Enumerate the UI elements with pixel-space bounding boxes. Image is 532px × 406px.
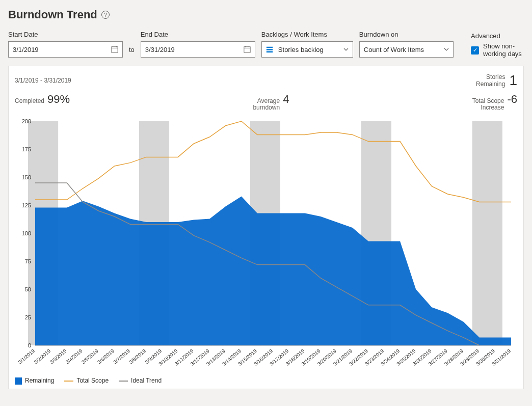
to-label: to [129, 46, 135, 58]
svg-text:3/8/2019: 3/8/2019 [128, 348, 147, 365]
completed-value: 99% [47, 93, 70, 106]
svg-text:100: 100 [22, 230, 31, 236]
svg-text:50: 50 [25, 286, 31, 292]
legend-remaining: Remaining [15, 377, 54, 385]
avg-burndown-label: Average burndown [249, 98, 280, 111]
avg-burndown-value: 4 [283, 93, 289, 106]
end-date-label: End Date [141, 31, 255, 38]
svg-rect-4 [244, 47, 250, 52]
end-date-input[interactable]: 3/31/2019 [141, 41, 255, 58]
help-icon[interactable]: ? [101, 11, 110, 19]
calendar-icon [111, 46, 118, 53]
start-date-value: 3/1/2019 [13, 46, 39, 53]
svg-text:175: 175 [22, 146, 31, 152]
svg-text:3/6/2019: 3/6/2019 [96, 348, 115, 365]
svg-text:3/5/2019: 3/5/2019 [81, 348, 99, 365]
advanced-label: Advanced [471, 32, 524, 40]
legend: Remaining Total Scope Ideal Trend [15, 377, 517, 385]
svg-text:25: 25 [25, 314, 31, 320]
total-scope-label: Total Scope Increase [468, 98, 504, 111]
stories-label: Stories [486, 73, 505, 80]
chevron-down-icon [343, 47, 349, 52]
burndown-chart: 02550751001251501752003/1/20193/2/20193/… [15, 116, 516, 371]
stories-remaining-value: 1 [509, 72, 517, 89]
svg-rect-15 [472, 121, 502, 345]
burndown-on-label: Burndown on [359, 31, 454, 38]
end-date-value: 3/31/2019 [145, 46, 175, 53]
total-scope-value: -6 [507, 93, 517, 106]
svg-text:75: 75 [25, 258, 31, 264]
controls-row: Start Date 3/1/2019 to End Date 3/31/201… [8, 31, 524, 58]
svg-text:3/4/2019: 3/4/2019 [65, 348, 84, 365]
svg-text:150: 150 [22, 174, 31, 180]
completed-label: Completed [15, 98, 44, 104]
svg-rect-8 [267, 47, 273, 48]
remaining-label: Remaining [476, 80, 505, 88]
burndown-on-select[interactable]: Count of Work Items [359, 41, 454, 58]
backlogs-select[interactable]: Stories backlog [261, 41, 353, 58]
start-date-input[interactable]: 3/1/2019 [8, 41, 123, 58]
show-nonworking-label: Show non-working days [483, 43, 524, 58]
svg-text:125: 125 [22, 202, 31, 208]
burndown-on-value: Count of Work Items [364, 46, 424, 53]
calendar-icon [244, 46, 251, 53]
svg-text:0: 0 [28, 342, 31, 348]
svg-rect-10 [267, 51, 273, 53]
backlog-icon [266, 46, 273, 53]
svg-rect-0 [112, 47, 118, 52]
svg-text:200: 200 [22, 118, 31, 124]
date-range-text: 3/1/2019 - 3/31/2019 [15, 77, 71, 84]
svg-text:3/1/2019: 3/1/2019 [17, 348, 36, 365]
svg-text:3/3/2019: 3/3/2019 [49, 348, 68, 365]
show-nonworking-checkbox[interactable]: ✓ [471, 46, 479, 55]
start-date-label: Start Date [8, 31, 123, 38]
legend-ideal: Ideal Trend [119, 377, 162, 385]
chevron-down-icon [444, 47, 449, 52]
backlogs-label: Backlogs / Work Items [261, 31, 353, 38]
page-title: Burndown Trend [8, 8, 97, 21]
legend-total-scope: Total Scope [64, 377, 109, 385]
svg-text:3/7/2019: 3/7/2019 [112, 348, 131, 365]
backlogs-value: Stories backlog [278, 46, 324, 53]
svg-text:3/2/2019: 3/2/2019 [33, 348, 52, 365]
chart-panel: 3/1/2019 - 3/31/2019 Stories Remaining 1… [8, 66, 524, 389]
svg-rect-9 [267, 49, 273, 50]
